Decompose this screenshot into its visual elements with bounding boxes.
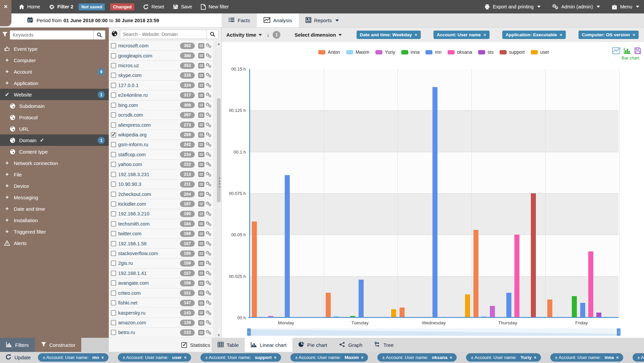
settings-gears-icon[interactable]: [205, 182, 212, 187]
settings-gears-icon[interactable]: [205, 142, 212, 147]
dimension-chip[interactable]: Date and time: Weekday×: [357, 31, 421, 39]
domain-checkbox[interactable]: [111, 300, 116, 306]
settings-gears-icon[interactable]: [205, 330, 212, 335]
domain-checkbox[interactable]: [111, 260, 116, 266]
details-icon[interactable]: [198, 73, 204, 78]
collapse-sidebar-button[interactable]: ✕: [0, 0, 11, 26]
period-bar[interactable]: Period from 01 June 2018 00:00 to 30 Jun…: [11, 13, 222, 28]
domain-checkbox[interactable]: [111, 201, 116, 207]
domain-checkbox[interactable]: [111, 103, 116, 108]
bar-anton-thursday[interactable]: [473, 230, 478, 318]
settings-gears-icon[interactable]: [205, 92, 212, 98]
domain-search-input[interactable]: [120, 30, 206, 39]
line-chart-icon[interactable]: [612, 47, 620, 54]
settings-gears-icon[interactable]: [205, 73, 212, 78]
settings-gears-icon[interactable]: [205, 83, 212, 88]
remove-chip-icon[interactable]: ×: [450, 355, 452, 360]
details-icon[interactable]: [198, 310, 204, 316]
legend-item-yuriy[interactable]: Yuriy: [375, 49, 395, 55]
settings-gears-icon[interactable]: [205, 152, 212, 157]
settings-gears-icon[interactable]: [205, 320, 212, 325]
tab-reports[interactable]: Reports: [299, 13, 346, 27]
settings-gears-icon[interactable]: [205, 221, 212, 227]
details-icon[interactable]: [198, 191, 204, 197]
sidebar-item-protocol[interactable]: Protocol: [0, 112, 109, 123]
bar-anton-monday[interactable]: [252, 221, 257, 318]
domain-checkbox[interactable]: [111, 162, 116, 167]
new-filter-button[interactable]: New filter: [201, 4, 229, 10]
sidebar-item-network-connection[interactable]: +Network connection: [0, 157, 109, 169]
sidebar-item-website[interactable]: ✓Website1: [0, 89, 109, 100]
legend-item-sts[interactable]: sts: [478, 49, 494, 55]
domain-checkbox[interactable]: [111, 231, 116, 236]
domain-list-scrollbar[interactable]: ▲ ▼: [216, 41, 221, 338]
domain-checkbox[interactable]: [111, 122, 116, 128]
details-icon[interactable]: [198, 142, 204, 148]
bar-yuriy-thursday[interactable]: [490, 306, 495, 318]
domain-checkbox[interactable]: [111, 172, 116, 177]
tab-constructor[interactable]: Constructor: [35, 338, 82, 352]
bar-support-thursday[interactable]: [531, 193, 536, 318]
details-icon[interactable]: [198, 53, 204, 58]
scroll-down-arrow[interactable]: ▼: [639, 359, 643, 363]
sidebar-item-triggered-filter[interactable]: +Triggered filter: [0, 226, 109, 237]
details-icon[interactable]: [198, 152, 204, 157]
account-chip-inna[interactable]: ± Account: User name:inna×: [550, 353, 623, 362]
details-icon[interactable]: [198, 280, 204, 286]
remove-chip-icon[interactable]: ×: [560, 32, 562, 37]
domain-checkbox[interactable]: [111, 63, 116, 68]
sidebar-item-account[interactable]: +Account9: [0, 66, 109, 77]
settings-gears-icon[interactable]: [205, 231, 212, 236]
details-icon[interactable]: [198, 260, 204, 266]
bar-oksana-thursday[interactable]: [514, 235, 519, 318]
bar-anton-wednesday[interactable]: [400, 308, 405, 318]
bar-anton-friday[interactable]: [547, 299, 552, 318]
bottom-bar-scrollbar[interactable]: ▲▼: [639, 352, 643, 363]
legend-item-maxim[interactable]: Maxim: [346, 49, 369, 55]
details-icon[interactable]: [198, 162, 204, 167]
bar-mn-wednesday[interactable]: [432, 87, 438, 318]
tab-pie-chart[interactable]: Pie chart: [292, 338, 333, 352]
domain-checkbox[interactable]: [111, 280, 116, 286]
export-printing-menu[interactable]: Export and printing: [484, 4, 541, 10]
sidebar-item-subdomain[interactable]: Subdomain: [0, 100, 109, 112]
domain-checkbox[interactable]: [111, 251, 116, 256]
column-resize-handle[interactable]: [219, 177, 221, 188]
domain-search-button[interactable]: [206, 30, 219, 39]
details-icon[interactable]: [198, 92, 204, 98]
details-icon[interactable]: [198, 270, 204, 276]
account-chip-yuriy[interactable]: ± Account: User name:Yuriy×: [466, 353, 541, 362]
dimension-chip[interactable]: Account: User name×: [433, 31, 490, 39]
bar-anton-tuesday[interactable]: [326, 293, 331, 318]
settings-gears-icon[interactable]: [205, 172, 212, 177]
domain-checkbox[interactable]: [111, 182, 116, 187]
domain-checkbox[interactable]: [111, 310, 116, 316]
bar-mn-monday[interactable]: [285, 175, 290, 318]
menu-button[interactable]: Menu: [611, 4, 639, 10]
remove-chip-icon[interactable]: ×: [415, 32, 417, 37]
admin-menu[interactable]: Admin (admin): [552, 4, 600, 10]
account-chip-support[interactable]: ± Account: User name:support×: [200, 353, 281, 362]
domain-checkbox[interactable]: [111, 290, 116, 296]
settings-gears-icon[interactable]: [205, 241, 212, 246]
sidebar-item-event-type[interactable]: Event type: [0, 43, 109, 54]
bar-mn-thursday[interactable]: [506, 293, 511, 318]
settings-gears-icon[interactable]: [205, 201, 212, 207]
bar-inna-friday[interactable]: [572, 296, 577, 318]
select-dimension-dropdown[interactable]: Select dimension: [294, 32, 341, 38]
domain-checkbox[interactable]: [111, 241, 116, 246]
settings-gears-icon[interactable]: [205, 192, 212, 197]
settings-gears-icon[interactable]: [205, 280, 212, 286]
settings-gears-icon[interactable]: [205, 211, 212, 216]
legend-item-inna[interactable]: inna: [401, 49, 419, 55]
domain-checkbox[interactable]: [111, 192, 116, 197]
sort-direction-button[interactable]: ↓: [267, 32, 269, 38]
settings-gears-icon[interactable]: [205, 132, 212, 137]
domain-checkbox[interactable]: [111, 43, 116, 48]
range-handle-right[interactable]: =: [617, 328, 620, 336]
reset-button[interactable]: Reset: [143, 4, 164, 10]
details-icon[interactable]: [198, 211, 204, 217]
settings-gears-icon[interactable]: [205, 103, 212, 108]
bar-oksana-friday[interactable]: [588, 251, 593, 318]
bar-chart-icon[interactable]: [624, 47, 631, 54]
